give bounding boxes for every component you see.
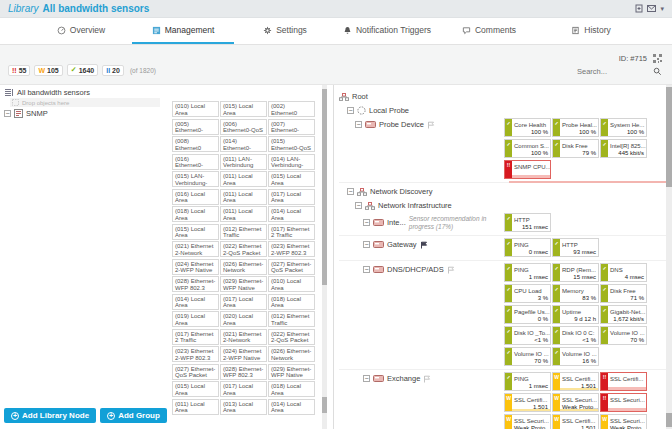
sensor-cell[interactable]: (012) Ethernet Traffic [220, 224, 267, 240]
tab-comments[interactable]: Comments [438, 18, 540, 44]
collapse-icon[interactable]: − [363, 219, 370, 226]
collapse-icon[interactable]: − [4, 110, 11, 117]
sensor-box[interactable]: ✓CPU Load3 % [504, 284, 551, 303]
sensor-cell[interactable]: (005) Ethernet0-WFP Native [172, 119, 219, 135]
sensor-cell[interactable]: (023) Ethernet 2-WFP 802.3 [268, 241, 315, 257]
sensor-box[interactable]: ✓Disk Free71 % [600, 284, 647, 303]
sensor-box[interactable]: ✓Disk IO _To...<1 % [504, 326, 551, 345]
sensor-box[interactable]: ✓Core Health100 % [504, 118, 551, 137]
sensor-box[interactable]: ✓Volume IO ...70 % [504, 347, 551, 366]
tree-node-network-infrastructure[interactable]: −Network Infrastructure [339, 199, 672, 210]
tab-overview[interactable]: Overview [30, 18, 132, 44]
sensor-cell[interactable]: (028) Ethernet-WFP 802.3 [172, 276, 219, 292]
search-icon[interactable] [653, 67, 662, 76]
sensor-cell[interactable]: (015) Ethernet0-QoS Packet [268, 136, 315, 152]
tree-node-gateway[interactable]: −Gateway [339, 238, 504, 249]
right-scrollbar-thumb[interactable] [666, 87, 672, 187]
sensor-cell[interactable]: (015) Local Area [172, 381, 219, 397]
sensor-cell[interactable]: (024) Ethernet 2-WFP Native [172, 259, 219, 275]
sensor-cell[interactable]: (026) Ethernet-Network [220, 259, 267, 275]
sensor-cell[interactable]: (017) Local Area [220, 381, 267, 397]
sensor-box[interactable]: ✓Disk IO 0 C:<1 % [552, 326, 599, 345]
sensor-cell[interactable]: (014) Ethernet0-WFP Native [220, 136, 267, 152]
sensor-box[interactable]: ✓DNS4 msec [600, 263, 647, 282]
drop-target[interactable]: Drop objects here [10, 98, 160, 107]
sensor-box[interactable]: WSSL Certifi...1,501 [552, 414, 599, 429]
status-chip-paused[interactable]: II20 [102, 65, 124, 76]
collapse-icon[interactable]: − [363, 266, 370, 273]
sensor-box[interactable]: ✓HTTP93 msec [552, 238, 599, 257]
sensor-box[interactable]: WSSL Securi...Weak Proto... [504, 414, 551, 429]
flag-icon[interactable] [427, 121, 435, 129]
sensor-cell[interactable]: (027) Ethernet-QoS Packet [172, 364, 219, 380]
search-input[interactable] [577, 67, 649, 76]
sensor-box[interactable]: ✓System He...100 % [600, 118, 647, 137]
left-scrollbar-thumb[interactable] [322, 89, 327, 285]
sensor-cell[interactable]: (018) Local Area [268, 381, 315, 397]
right-scrollbar-end[interactable] [666, 413, 672, 427]
sensor-cell[interactable]: (015) Local Area [220, 101, 267, 117]
sensor-cell[interactable]: (017) Local Area [220, 294, 267, 310]
tab-settings[interactable]: Settings [234, 18, 336, 44]
sensor-cell[interactable]: (028) Ethernet-WFP 802.3 [220, 364, 267, 380]
sensor-cell[interactable]: (021) Ethernet 2-Network [220, 329, 267, 345]
sensor-box[interactable]: ✓HTTP151 msec [504, 213, 551, 232]
sensor-cell[interactable]: (020) Local Area [220, 311, 267, 327]
tab-history[interactable]: History [540, 18, 642, 44]
sensor-box[interactable]: !!SSL Certifi... [600, 372, 647, 391]
flag-icon[interactable] [447, 266, 455, 274]
tree-node-network-discovery[interactable]: −Network Discovery [339, 185, 672, 196]
sensor-cell[interactable]: (014) Local Area [268, 399, 315, 415]
sensor-box[interactable]: ✓Uptime9 d 12 h [552, 305, 599, 324]
collapse-icon[interactable]: − [363, 241, 370, 248]
sensor-box[interactable]: ✓Pagefile Us...0 % [504, 305, 551, 324]
collapse-icon[interactable]: − [355, 121, 362, 128]
sensor-cell[interactable]: (006) Ethernet0-QoS Packet [220, 119, 267, 135]
sensor-cell[interactable]: (011) Local Area [220, 189, 267, 205]
sensor-cell[interactable]: (011) Local Area [220, 206, 267, 222]
sensor-cell[interactable]: (014) Local Area [172, 294, 219, 310]
sensor-box[interactable]: ✓PING0 msec [504, 238, 551, 257]
left-scrollbar-end[interactable] [322, 397, 327, 413]
sensor-box[interactable]: ✓Gigabit-Net...1,672 kbit/s [600, 305, 647, 324]
status-chip-up[interactable]: ✓1640 [67, 64, 98, 76]
sensor-box[interactable]: !!SSL Securi... [600, 393, 647, 412]
sensor-cell[interactable]: (016) Local Area [172, 189, 219, 205]
collapse-icon[interactable]: − [355, 202, 362, 209]
collapse-icon[interactable]: − [347, 188, 354, 195]
add-library-node-button[interactable]: + Add Library Node [4, 408, 96, 423]
sensor-cell[interactable]: (014) Local Area [268, 206, 315, 222]
tree-node-dns-dhcp-ads[interactable]: −DNS/DHCP/ADS [339, 263, 504, 274]
sensor-cell[interactable]: (007) Ethernet0-WFP 802.3 [268, 119, 315, 135]
sensor-box[interactable]: ✓Volume IO ...16 % [552, 347, 599, 366]
sensor-box[interactable]: ✓Common S...100 % [504, 139, 551, 158]
sensor-cell[interactable]: (017) Ethernet 2 Traffic [172, 329, 219, 345]
collapse-icon[interactable]: − [363, 375, 370, 382]
qr-code-icon[interactable] [653, 54, 662, 63]
sensor-cell[interactable]: (029) Ethernet-WFP Native [268, 364, 315, 380]
library-root-node[interactable]: All bandwidth sensors [4, 88, 90, 97]
sensor-cell[interactable]: (011) Local Area [172, 399, 219, 415]
sensor-cell[interactable]: (026) Ethernet-Network [268, 346, 315, 362]
sensor-cell[interactable]: (019) Local Area [172, 311, 219, 327]
sensor-cell[interactable]: (022) Ethernet 2-QoS Packet [220, 241, 267, 257]
sensor-cell[interactable]: (002) Ethernet0 Traffic [268, 101, 315, 117]
sensor-cell[interactable]: (011) LAN-Verbindung [220, 154, 267, 170]
flag-icon[interactable] [420, 241, 428, 249]
sensor-box[interactable]: ✓Probe Heal...100 % [552, 118, 599, 137]
sensor-cell[interactable]: (010) Local Area [268, 276, 315, 292]
sensor-box[interactable]: !!SNMP CPU... [504, 160, 551, 179]
sensor-cell[interactable]: (015) Local Area [172, 224, 219, 240]
sensor-box[interactable]: ✓PING1 msec [504, 372, 551, 391]
sensor-cell[interactable]: (012) Ethernet Traffic [268, 311, 315, 327]
tab-notification-triggers[interactable]: Notification Triggers [336, 18, 438, 44]
collapse-icon[interactable]: − [347, 107, 354, 114]
sensor-cell[interactable]: (021) Ethernet 2-Network [172, 241, 219, 257]
sensor-cell[interactable]: (008) Ethernet0 Traffic [172, 136, 219, 152]
right-scrollbar[interactable] [666, 85, 672, 429]
tree-node-root[interactable]: Root [339, 90, 672, 101]
tree-node-probe-device[interactable]: −Probe Device [339, 118, 504, 129]
sensor-cell[interactable]: (022) Ethernet 2-QoS Packet [268, 329, 315, 345]
tree-node-inte[interactable]: −Inte...Sensor recommendation in progres… [339, 213, 504, 230]
email-icon[interactable] [647, 5, 656, 12]
